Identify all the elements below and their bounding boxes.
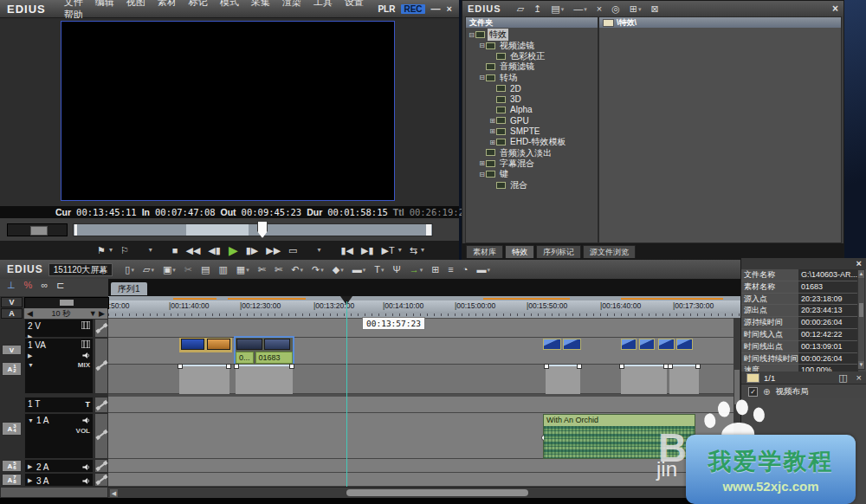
voice-over-icon[interactable]: Ψ — [392, 265, 400, 275]
goto-in-icon[interactable]: ▮◀ — [341, 246, 354, 255]
info-close-button[interactable]: × — [856, 258, 862, 268]
paste-icon[interactable]: ▥ — [218, 265, 227, 275]
zoom-slider-thumb[interactable] — [60, 300, 74, 306]
track-header-2a[interactable]: A5 6 ▶2 A — [0, 459, 108, 473]
horizontal-scroll-thumb[interactable] — [346, 489, 528, 496]
close-button[interactable]: × — [447, 3, 452, 14]
add-marker-icon[interactable]: ◆▾ — [333, 265, 344, 275]
new-sequence-icon[interactable]: ▯▾ — [125, 265, 134, 275]
menu-item[interactable]: 素材 — [158, 0, 177, 7]
sync-lock-a12-badge[interactable]: A1 2 — [2, 362, 22, 376]
multicam-icon[interactable]: ⊞ — [431, 265, 439, 275]
open-icon[interactable]: ▱▾ — [143, 265, 154, 275]
tab-bin[interactable]: 素材库 — [466, 245, 503, 258]
delete-icon[interactable]: × — [597, 4, 602, 14]
clip-group-4[interactable] — [621, 338, 656, 352]
info-scrollbar[interactable]: ▲ ▼ — [857, 269, 865, 370]
plr-button[interactable]: PLR — [378, 4, 395, 14]
tab-effects[interactable]: 特效 — [505, 245, 534, 258]
tree-item[interactable]: 音频淡入淡出 — [478, 147, 598, 158]
track-expand-icon[interactable]: ▼ — [28, 417, 34, 423]
position-marker[interactable] — [257, 221, 268, 238]
tree-expander-icon[interactable]: ⊟ — [468, 31, 475, 39]
scroll-down-icon[interactable]: ▼ — [858, 361, 864, 369]
play-icon[interactable]: ▶ — [229, 244, 238, 256]
rec-button[interactable]: REC — [401, 4, 424, 14]
tree-item[interactable]: ⊟ 键 — [478, 169, 598, 179]
play-around-menu-icon[interactable]: ▾ — [398, 247, 402, 254]
title-icon[interactable]: T▾ — [374, 265, 384, 275]
next-frame-icon[interactable]: ▮▶ — [246, 246, 259, 255]
audio-mute-button[interactable]: A — [1, 308, 23, 319]
tab-source-browser[interactable]: 源文件浏览 — [583, 245, 636, 258]
speaker-icon[interactable] — [81, 477, 90, 485]
trim-mode-icon[interactable]: ▬▾ — [352, 265, 366, 275]
menu-item[interactable]: 采集 — [251, 0, 270, 7]
move-up-icon[interactable]: ↥ — [533, 4, 541, 14]
menu-item[interactable]: 模式 — [220, 0, 239, 7]
vertical-scroll-thumb[interactable] — [734, 370, 740, 404]
speaker-icon[interactable] — [81, 417, 90, 424]
lock-icon[interactable]: ⊠ — [651, 4, 659, 14]
tree-item[interactable]: 色彩校正 — [488, 51, 598, 61]
timeline-track-area[interactable]: 0...01683 With An Orchid — [108, 318, 740, 487]
track-collapse-icon[interactable]: ▼ — [28, 362, 34, 368]
clip-group-3[interactable] — [543, 338, 583, 352]
tree-item[interactable]: 混合 — [488, 179, 598, 190]
menu-item[interactable]: 设置 — [345, 0, 364, 7]
track-expand-icon[interactable]: ▶ — [28, 352, 34, 359]
menu-item[interactable]: 视图 — [126, 0, 145, 7]
cut-icon[interactable]: ✂ — [184, 265, 192, 275]
clip-mixer-block[interactable] — [179, 365, 229, 394]
tab-sequence-marker[interactable]: 序列标记 — [536, 245, 581, 258]
clip-mixer-block[interactable] — [621, 365, 667, 394]
sync-lock-a34-badge[interactable]: A3 4 — [2, 422, 22, 436]
patch-area[interactable] — [94, 459, 108, 473]
stop-icon[interactable]: ■ — [172, 246, 178, 255]
scale-left-arrow-icon[interactable]: ◀ — [27, 309, 33, 318]
mark-in-menu-icon[interactable]: ▾ — [109, 247, 113, 254]
menu-item[interactable]: 文件 — [64, 0, 83, 7]
mark-out-icon[interactable]: ⚐ — [120, 246, 129, 255]
menu-item[interactable]: 工具 — [313, 0, 333, 7]
clip-mixer-block[interactable] — [669, 365, 699, 394]
patch-area[interactable] — [94, 413, 108, 459]
timeline-ruler[interactable]: 0:50:00|00:11:40:00|00:12:30:00|00:13:20… — [108, 296, 740, 318]
tree-item[interactable]: ⊟ 特效 — [468, 29, 598, 40]
previous-frame-icon[interactable]: ◀▮ — [208, 246, 221, 255]
clip-mixer-block[interactable] — [236, 365, 293, 394]
tree-expander-icon[interactable]: ⊞ — [488, 117, 496, 125]
scroll-left-button[interactable]: ◀ — [110, 489, 118, 497]
sync-lock-a78-badge[interactable]: A7 8 — [2, 474, 22, 486]
track-row-1t[interactable] — [108, 397, 740, 413]
goto-out-icon[interactable]: ▶▮ — [361, 246, 374, 255]
duplicate-icon[interactable]: ▤▾ — [551, 4, 564, 14]
sequence-tab[interactable]: 序列1 — [111, 282, 147, 295]
track-header-2v[interactable]: 2 V ▶ — [0, 319, 108, 338]
tree-item[interactable]: ⊟ 视频滤镜 — [478, 40, 598, 50]
menu-item[interactable]: 编辑 — [95, 0, 114, 7]
tree-expander-icon[interactable]: ⊟ — [478, 74, 486, 81]
export-frame-menu-icon[interactable]: ▾ — [421, 247, 424, 254]
timeline-scale-selector[interactable]: ◀ 10 秒 ▼ ▶ — [24, 308, 107, 319]
effects-close-button[interactable]: × — [832, 3, 838, 15]
tree-item[interactable]: 3D — [488, 94, 598, 104]
tree-item[interactable]: ⊞ GPU — [488, 115, 598, 126]
ripple-mode-icon[interactable]: % — [24, 281, 33, 290]
playhead-line[interactable] — [346, 301, 347, 487]
sync-lock-a56-badge[interactable]: A5 6 — [2, 460, 22, 472]
mark-in-icon[interactable]: ⚑ — [97, 246, 106, 255]
patch-area[interactable] — [94, 473, 108, 487]
tree-expander-icon[interactable]: ⊟ — [478, 42, 486, 49]
tree-expander-icon[interactable]: ⊟ — [478, 171, 486, 178]
rewind-icon[interactable]: ◀◀ — [185, 246, 200, 255]
tree-expander-icon[interactable]: ⊞ — [478, 159, 486, 167]
clip-group-5[interactable] — [658, 338, 695, 352]
sync-rec-icon[interactable]: ◔ — [462, 265, 469, 275]
track-row-2a[interactable] — [108, 459, 740, 473]
save-icon[interactable]: ▣▾ — [163, 265, 176, 275]
info-scroll-thumb[interactable] — [859, 303, 863, 317]
settings-icon[interactable]: ◫ — [838, 372, 847, 384]
mark-out-menu-icon[interactable]: ▾ — [149, 247, 152, 254]
clip-01683-selected[interactable]: 0...01683 — [236, 338, 293, 365]
